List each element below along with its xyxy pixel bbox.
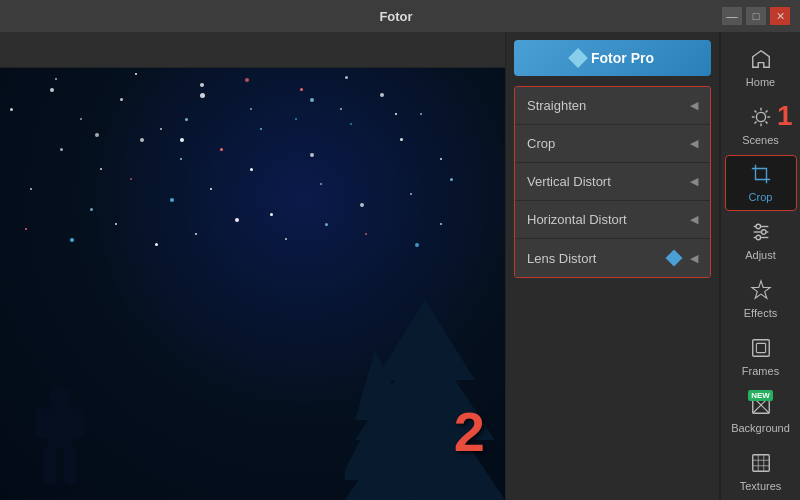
star xyxy=(285,238,287,240)
sidebar-scenes-label: Scenes xyxy=(742,134,779,146)
svg-rect-24 xyxy=(752,339,769,356)
svg-point-20 xyxy=(755,224,760,229)
star xyxy=(380,93,384,97)
star xyxy=(180,138,184,142)
sky-background: 2 xyxy=(0,68,505,500)
arrow-icon-4: ◀ xyxy=(690,213,698,226)
star xyxy=(235,218,239,222)
star xyxy=(340,108,342,110)
arrow-icon-5: ◀ xyxy=(690,252,698,265)
star xyxy=(135,73,137,75)
svg-line-14 xyxy=(765,121,767,123)
star xyxy=(260,128,262,130)
menu-item-straighten[interactable]: Straighten ◀ xyxy=(515,87,710,125)
menu-item-vdistort-label: Vertical Distort xyxy=(527,174,611,189)
crop-icon xyxy=(750,163,772,188)
number-2-badge: 2 xyxy=(454,404,485,460)
fotor-pro-button[interactable]: Fotor Pro xyxy=(514,40,711,76)
menu-item-crop[interactable]: Crop ◀ xyxy=(515,125,710,163)
sidebar-item-crop[interactable]: Crop xyxy=(725,155,797,211)
home-icon xyxy=(750,48,772,73)
number-1-badge: 1 xyxy=(777,100,793,132)
textures-icon xyxy=(750,452,772,477)
close-button[interactable]: ✕ xyxy=(770,7,790,25)
maximize-button[interactable]: □ xyxy=(746,7,766,25)
middle-panel: Fotor Pro Straighten ◀ Crop ◀ Vertical D… xyxy=(505,32,720,500)
menu-item-crop-label: Crop xyxy=(527,136,555,151)
star xyxy=(200,93,205,98)
title-bar: Fotor — □ ✕ xyxy=(0,0,800,32)
right-sidebar: Home Scenes 1 xyxy=(720,32,800,500)
star xyxy=(420,113,422,115)
menu-item-hdistort-right: ◀ xyxy=(690,213,698,226)
menu-item-crop-right: ◀ xyxy=(690,137,698,150)
sidebar-item-scenes[interactable]: Scenes 1 xyxy=(725,98,797,154)
frames-icon xyxy=(750,337,772,362)
new-badge: NEW xyxy=(748,390,773,401)
star xyxy=(395,113,397,115)
window-controls[interactable]: — □ ✕ xyxy=(722,7,790,25)
svg-rect-7 xyxy=(64,446,76,484)
sidebar-crop-label: Crop xyxy=(749,191,773,203)
star xyxy=(30,188,32,190)
svg-rect-4 xyxy=(36,408,48,438)
svg-rect-3 xyxy=(48,408,72,448)
svg-point-22 xyxy=(755,235,760,240)
star xyxy=(200,83,204,87)
sidebar-adjust-label: Adjust xyxy=(745,249,776,261)
star xyxy=(80,118,82,120)
canvas-area: 2 xyxy=(0,32,505,500)
scenes-icon xyxy=(750,106,772,131)
star xyxy=(115,223,117,225)
star xyxy=(50,88,54,92)
dropdown-menu: Straighten ◀ Crop ◀ Vertical Distort ◀ xyxy=(514,86,711,278)
sidebar-frames-label: Frames xyxy=(742,365,779,377)
star xyxy=(360,203,364,207)
star xyxy=(310,153,314,157)
diamond-icon xyxy=(568,48,588,68)
sidebar-item-background[interactable]: NEW Background xyxy=(725,386,797,442)
star xyxy=(300,88,303,91)
app-title: Fotor xyxy=(70,9,722,24)
sidebar-effects-label: Effects xyxy=(744,307,777,319)
menu-item-lens-distort[interactable]: Lens Distort ◀ xyxy=(515,239,710,277)
svg-point-2 xyxy=(50,386,70,410)
svg-line-16 xyxy=(754,121,756,123)
arrow-icon-2: ◀ xyxy=(690,137,698,150)
sidebar-textures-label: Textures xyxy=(740,480,782,492)
star xyxy=(60,148,63,151)
star xyxy=(310,98,314,102)
adjust-icon xyxy=(750,221,772,246)
star xyxy=(440,223,442,225)
star xyxy=(325,223,328,226)
star xyxy=(130,178,132,180)
star xyxy=(160,128,162,130)
menu-item-vdistort-right: ◀ xyxy=(690,175,698,188)
sidebar-item-home[interactable]: Home xyxy=(725,40,797,96)
pro-diamond-icon xyxy=(666,250,683,267)
star xyxy=(155,243,158,246)
star xyxy=(25,228,27,230)
canvas-toolbar xyxy=(0,32,505,68)
star xyxy=(410,193,412,195)
sidebar-item-effects[interactable]: Effects xyxy=(725,271,797,327)
sidebar-item-frames[interactable]: Frames xyxy=(725,329,797,385)
star xyxy=(185,118,188,121)
star xyxy=(195,233,197,235)
svg-point-8 xyxy=(756,112,765,121)
star xyxy=(295,118,297,120)
sidebar-item-textures[interactable]: Textures xyxy=(725,444,797,500)
star xyxy=(180,158,182,160)
star xyxy=(270,213,273,216)
star xyxy=(140,138,144,142)
star xyxy=(365,233,367,235)
menu-item-vertical-distort[interactable]: Vertical Distort ◀ xyxy=(515,163,710,201)
menu-item-ldistort-label: Lens Distort xyxy=(527,251,596,266)
menu-item-horizontal-distort[interactable]: Horizontal Distort ◀ xyxy=(515,201,710,239)
star xyxy=(120,98,123,101)
star xyxy=(55,78,57,80)
svg-rect-5 xyxy=(72,408,84,438)
svg-rect-25 xyxy=(756,343,765,352)
minimize-button[interactable]: — xyxy=(722,7,742,25)
sidebar-item-adjust[interactable]: Adjust xyxy=(725,213,797,269)
